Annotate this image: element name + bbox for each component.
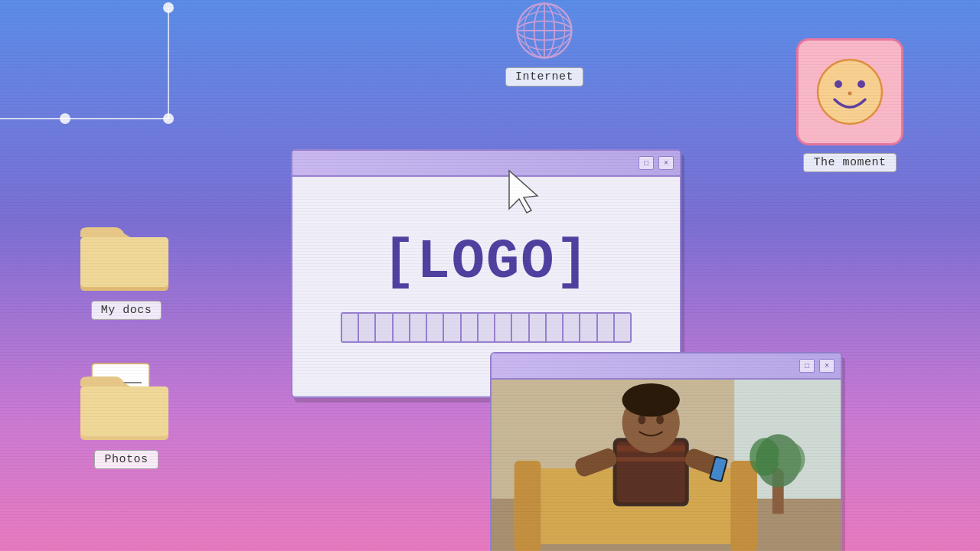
svg-rect-14: [80, 237, 168, 287]
internet-label: Internet: [505, 67, 583, 86]
photos-icon-container[interactable]: Photos: [77, 360, 176, 469]
svg-point-23: [835, 80, 842, 88]
svg-point-35: [750, 438, 780, 476]
svg-rect-32: [730, 461, 757, 551]
progress-cell-11: [512, 314, 529, 341]
second-window-close-button[interactable]: ×: [819, 359, 835, 373]
svg-point-24: [858, 80, 865, 88]
svg-point-36: [778, 442, 805, 476]
video-scene: [492, 380, 841, 551]
moment-icon-box: [796, 38, 903, 145]
svg-point-3: [163, 113, 174, 124]
globe-icon: [506, 0, 583, 61]
video-area: [492, 380, 841, 551]
svg-point-2: [60, 113, 70, 124]
progress-cell-13: [547, 314, 564, 341]
photos-label: Photos: [94, 450, 158, 469]
smiley-icon: [812, 54, 888, 130]
svg-point-43: [638, 416, 645, 425]
progress-cell-15: [580, 314, 597, 341]
main-window-minimize-button[interactable]: □: [639, 156, 654, 170]
node-lines: [0, 0, 245, 153]
progress-cell-17: [615, 314, 630, 341]
progress-cell-16: [598, 314, 615, 341]
svg-rect-31: [514, 461, 541, 551]
progress-cell-3: [376, 314, 393, 341]
second-window-titlebar: □ ×: [492, 354, 841, 380]
progress-cell-8: [462, 314, 479, 341]
progress-cell-10: [495, 314, 512, 341]
logo-text: [LOGO]: [382, 231, 590, 294]
main-window-close-button[interactable]: ×: [658, 156, 674, 170]
svg-point-44: [656, 416, 664, 425]
svg-rect-21: [80, 386, 168, 436]
progress-bar: [341, 312, 632, 343]
my-docs-folder-icon: [77, 218, 176, 295]
svg-rect-41: [617, 457, 685, 461]
photos-folder-icon: [77, 360, 176, 444]
main-window-titlebar: □ ×: [292, 151, 680, 177]
svg-point-45: [622, 383, 680, 417]
second-window-minimize-button[interactable]: □: [799, 359, 815, 373]
second-window: □ ×: [490, 352, 842, 551]
the-moment-label: The moment: [803, 153, 896, 172]
progress-cell-5: [410, 314, 427, 341]
progress-cell-1: [342, 314, 359, 341]
progress-cell-2: [359, 314, 376, 341]
svg-point-25: [848, 92, 852, 96]
progress-cell-7: [444, 314, 461, 341]
progress-cell-12: [530, 314, 547, 341]
my-docs-icon-container[interactable]: My docs: [77, 218, 176, 320]
progress-cell-9: [479, 314, 495, 341]
the-moment-icon-container[interactable]: The moment: [796, 38, 903, 172]
my-docs-label: My docs: [91, 301, 162, 320]
svg-point-4: [163, 2, 174, 13]
progress-cell-14: [564, 314, 580, 341]
progress-cell-6: [427, 314, 444, 341]
video-content: [492, 380, 841, 551]
internet-icon-container[interactable]: Internet: [505, 0, 583, 86]
progress-cell-4: [394, 314, 410, 341]
